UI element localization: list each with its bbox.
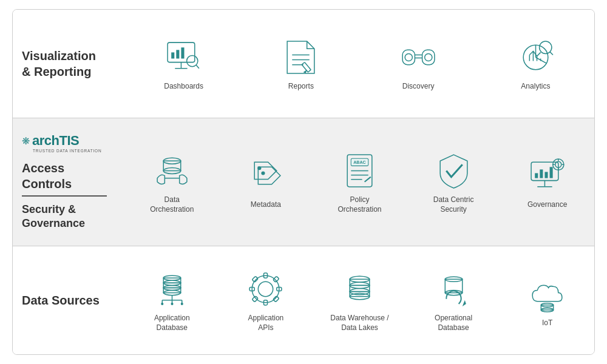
governance-label: Governance [527, 200, 567, 210]
application-database-label: ApplicationDatabase [154, 314, 190, 332]
svg-point-68 [259, 281, 273, 296]
section-label-visualization: Visualization& Reporting [13, 48, 125, 79]
label-divider [22, 195, 107, 197]
item-operational-database: OperationalDatabase [414, 268, 493, 332]
svg-point-67 [253, 275, 280, 303]
data-orchestration-icon [151, 149, 193, 192]
svg-rect-5 [181, 47, 185, 58]
section-visualization: Visualization& Reporting [13, 10, 594, 118]
svg-point-65 [171, 303, 173, 305]
svg-point-18 [424, 53, 432, 61]
analytics-icon [514, 36, 557, 78]
dashboards-icon [163, 36, 205, 78]
item-data-warehouse: Data Warehouse /Data Lakes [320, 268, 399, 332]
item-governance: Governance [508, 154, 587, 210]
svg-rect-89 [541, 305, 554, 309]
items-row-bottom: ApplicationDatabase [125, 268, 594, 332]
item-dashboards: Dashboards [144, 36, 223, 92]
discovery-icon [397, 36, 439, 78]
section-title-access: AccessControls [22, 160, 72, 192]
svg-point-64 [161, 303, 163, 305]
svg-rect-45 [550, 167, 553, 178]
metadata-icon [245, 154, 287, 197]
mid-label-area: ❋ archTIS TRUSTED DATA INTEGRATION Acces… [13, 133, 125, 231]
items-row-mid: DataOrchestration Metadata [125, 149, 594, 214]
section-title-visualization: Visualization& Reporting [22, 48, 96, 79]
policy-orchestration-icon: ABAC [338, 149, 381, 192]
reports-label: Reports [288, 82, 314, 92]
item-application-apis: ApplicationAPIs [226, 268, 305, 332]
section-title-security: Security &Governance [22, 203, 85, 231]
svg-rect-14 [422, 50, 434, 64]
data-centric-security-label: Data CentricSecurity [433, 195, 474, 214]
discovery-label: Discovery [402, 82, 435, 92]
svg-text:ABAC: ABAC [353, 160, 366, 165]
dashboards-label: Dashboards [164, 82, 203, 92]
item-data-orchestration: DataOrchestration [132, 149, 211, 214]
svg-marker-12 [304, 70, 307, 73]
operational-database-icon [432, 268, 475, 310]
svg-rect-75 [253, 296, 259, 302]
svg-line-7 [196, 64, 199, 68]
svg-rect-44 [545, 172, 548, 178]
section-access-controls: ❋ archTIS TRUSTED DATA INTEGRATION Acces… [13, 118, 594, 246]
svg-point-17 [405, 53, 412, 61]
metadata-label: Metadata [251, 200, 281, 210]
data-centric-security-icon [432, 149, 475, 192]
analytics-label: Analytics [521, 82, 550, 92]
svg-line-38 [365, 177, 371, 182]
logo-brand: archTIS [32, 133, 79, 149]
svg-marker-87 [462, 300, 466, 306]
svg-rect-76 [273, 296, 279, 302]
data-warehouse-label: Data Warehouse /Data Lakes [330, 314, 388, 332]
section-label-datasources: Data Sources [13, 292, 125, 308]
operational-database-label: OperationalDatabase [435, 314, 472, 332]
svg-rect-42 [535, 173, 538, 178]
item-data-centric-security: Data CentricSecurity [414, 149, 493, 214]
svg-line-21 [550, 52, 553, 55]
application-apis-label: ApplicationAPIs [248, 314, 284, 332]
iot-label: IoT [542, 318, 552, 328]
item-analytics: Analytics [496, 36, 575, 92]
reports-icon [280, 36, 322, 78]
svg-point-66 [181, 303, 183, 305]
svg-rect-4 [176, 50, 179, 58]
items-row-top: Dashboards [125, 36, 594, 92]
svg-rect-13 [402, 50, 415, 64]
item-iot: IoT [508, 272, 587, 328]
archtis-logo: ❋ archTIS TRUSTED DATA INTEGRATION [22, 133, 101, 153]
iot-icon [526, 272, 569, 315]
item-policy-orchestration: ABAC PolicyOrchestration [320, 149, 399, 214]
application-database-icon [151, 268, 193, 310]
data-warehouse-icon [338, 268, 381, 310]
svg-rect-73 [253, 276, 259, 282]
item-discovery: Discovery [379, 36, 458, 92]
section-title-datasources: Data Sources [22, 292, 100, 308]
policy-orchestration-label: PolicyOrchestration [337, 195, 381, 214]
svg-rect-3 [171, 52, 174, 58]
svg-rect-27 [163, 161, 180, 170]
item-reports: Reports [262, 36, 341, 92]
main-diagram: Visualization& Reporting [12, 9, 595, 355]
item-metadata: Metadata [226, 154, 305, 210]
governance-icon [526, 154, 569, 197]
svg-rect-43 [540, 169, 543, 178]
application-apis-icon [245, 268, 287, 310]
svg-point-31 [262, 171, 265, 175]
svg-rect-74 [273, 276, 279, 282]
snowflake-icon: ❋ [22, 135, 30, 147]
data-orchestration-label: DataOrchestration [150, 195, 194, 214]
item-application-database: ApplicationDatabase [132, 268, 211, 332]
section-data-sources: Data Sources [13, 246, 594, 354]
logo-subtitle: TRUSTED DATA INTEGRATION [33, 149, 101, 153]
